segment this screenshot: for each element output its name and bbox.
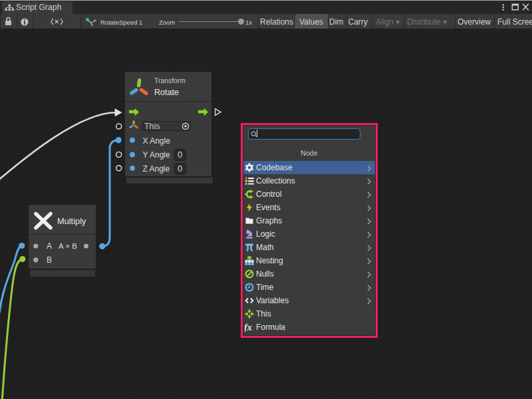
svg-text:fx: fx [245, 323, 252, 332]
